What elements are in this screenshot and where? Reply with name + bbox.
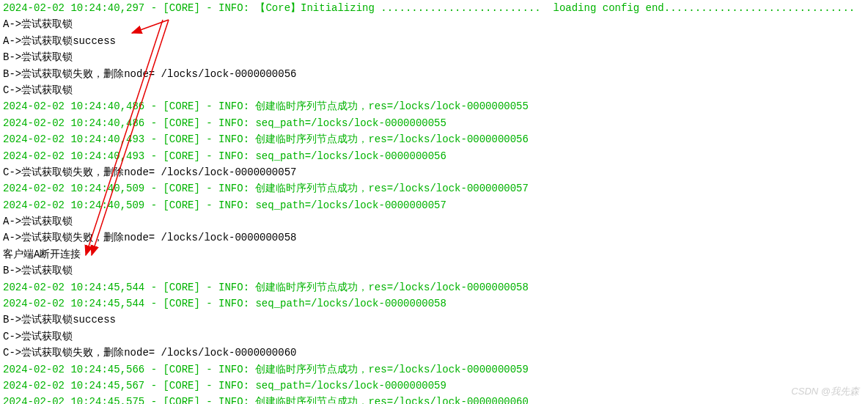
- log-line-0: 2024-02-02 10:24:40,297 - [CORE] - INFO:…: [3, 0, 865, 16]
- log-line-3: B->尝试获取锁: [3, 49, 865, 65]
- log-line-21: C->尝试获取锁失败，删除node= /locks/lock-000000006…: [3, 345, 865, 361]
- log-line-4: B->尝试获取锁失败，删除node= /locks/lock-000000005…: [3, 66, 865, 82]
- log-line-1: A->尝试获取锁: [3, 16, 865, 32]
- log-line-11: 2024-02-02 10:24:40,509 - [CORE] - INFO:…: [3, 180, 865, 197]
- log-line-15: 客户端A断开连接: [3, 246, 865, 262]
- log-container: 2024-02-02 10:24:40,297 - [CORE] - INFO:…: [3, 0, 865, 404]
- log-line-10: C->尝试获取锁失败，删除node= /locks/lock-000000005…: [3, 164, 865, 180]
- log-line-9: 2024-02-02 10:24:40,493 - [CORE] - INFO:…: [3, 148, 865, 164]
- log-line-13: A->尝试获取锁: [3, 213, 865, 229]
- log-line-7: 2024-02-02 10:24:40,486 - [CORE] - INFO:…: [3, 115, 865, 131]
- log-line-18: 2024-02-02 10:24:45,544 - [CORE] - INFO:…: [3, 295, 865, 312]
- log-line-23: 2024-02-02 10:24:45,567 - [CORE] - INFO:…: [3, 378, 865, 394]
- watermark: CSDN @我先森: [791, 384, 859, 400]
- log-line-14: A->尝试获取锁失败，删除node= /locks/lock-000000005…: [3, 229, 865, 246]
- log-line-20: C->尝试获取锁: [3, 328, 865, 345]
- log-line-6: 2024-02-02 10:24:40,486 - [CORE] - INFO:…: [3, 98, 865, 114]
- log-line-17: 2024-02-02 10:24:45,544 - [CORE] - INFO:…: [3, 279, 865, 295]
- log-line-24: 2024-02-02 10:24:45,575 - [CORE] - INFO:…: [3, 394, 865, 404]
- log-line-12: 2024-02-02 10:24:40,509 - [CORE] - INFO:…: [3, 197, 865, 213]
- log-line-22: 2024-02-02 10:24:45,566 - [CORE] - INFO:…: [3, 361, 865, 378]
- log-line-8: 2024-02-02 10:24:40,493 - [CORE] - INFO:…: [3, 131, 865, 147]
- log-line-16: B->尝试获取锁: [3, 262, 865, 279]
- log-line-19: B->尝试获取锁success: [3, 312, 865, 328]
- log-line-5: C->尝试获取锁: [3, 82, 865, 98]
- log-line-2: A->尝试获取锁success: [3, 33, 865, 49]
